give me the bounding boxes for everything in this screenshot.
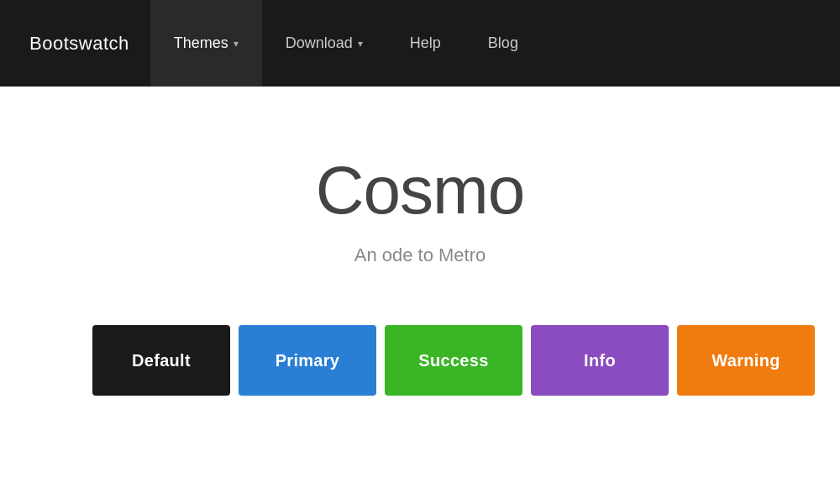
download-dropdown-icon: ▾ — [358, 38, 363, 50]
page-subtitle: An ode to Metro — [354, 244, 486, 266]
page-title: Cosmo — [316, 154, 524, 228]
btn-warning[interactable]: Warning — [677, 325, 815, 396]
themes-dropdown-icon: ▾ — [234, 38, 239, 50]
nav-item-download[interactable]: Download ▾ — [262, 0, 386, 87]
nav-item-help[interactable]: Help — [386, 0, 465, 87]
buttons-row: Default Primary Success Info Warning — [92, 325, 815, 396]
nav-item-themes[interactable]: Themes ▾ — [150, 0, 262, 87]
btn-default[interactable]: Default — [92, 325, 230, 396]
nav-brand[interactable]: Bootswatch — [17, 33, 142, 55]
nav-items: Themes ▾ Download ▾ Help Blog — [150, 0, 542, 87]
btn-success[interactable]: Success — [385, 325, 522, 396]
navbar: Bootswatch Themes ▾ Download ▾ Help Blog — [0, 0, 840, 87]
main-content: Cosmo An ode to Metro Default Primary Su… — [0, 87, 840, 396]
btn-primary[interactable]: Primary — [239, 325, 376, 396]
nav-item-blog[interactable]: Blog — [465, 0, 542, 87]
btn-info[interactable]: Info — [531, 325, 669, 396]
